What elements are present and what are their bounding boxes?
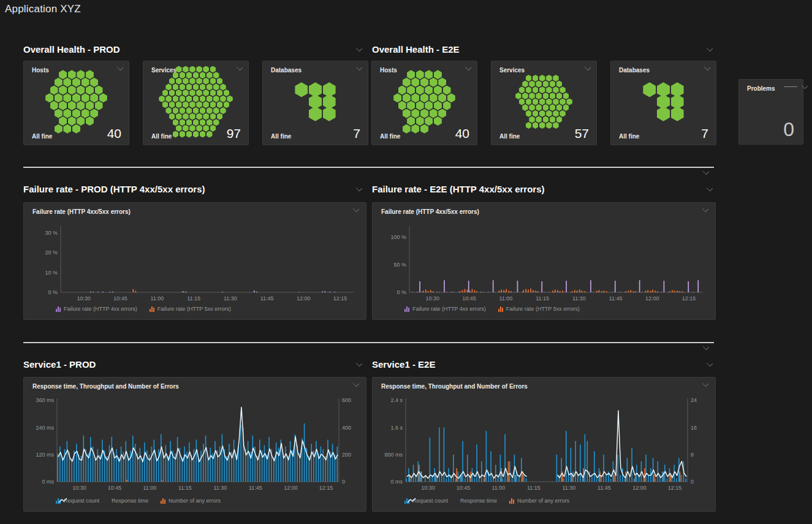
chevron-down-icon[interactable] <box>356 64 362 70</box>
hexagon <box>82 93 89 102</box>
hexagon <box>430 93 438 102</box>
problems-count: 0 <box>783 120 794 139</box>
chart-tile-service-e2e[interactable]: Response time, Throughput and Number of … <box>372 377 716 512</box>
hexagon <box>59 116 67 126</box>
hexagon <box>416 116 424 126</box>
tile-services-e2e[interactable]: Services All fine57 <box>491 61 597 145</box>
hexagon <box>526 75 532 82</box>
section-header-failure-prod: Failure rate - PROD (HTTP 4xx/5xx errors… <box>23 184 362 194</box>
chevron-down-icon[interactable] <box>707 185 713 191</box>
hexagon <box>438 93 446 102</box>
hex-grid <box>376 76 473 127</box>
tile-title: Hosts <box>32 67 49 74</box>
count-value: 40 <box>107 127 121 140</box>
hexagon <box>434 116 442 126</box>
hexagon <box>643 82 656 97</box>
tile-databases-prod[interactable]: Databases All fine7 <box>262 61 368 145</box>
hexagon <box>72 78 80 87</box>
chevron-down-icon[interactable] <box>704 64 710 70</box>
svg-text:11:30: 11:30 <box>213 485 227 491</box>
hexagon <box>416 101 424 110</box>
chevron-down-icon[interactable] <box>703 169 709 175</box>
legend-item[interactable]: Number of any errors <box>161 498 221 504</box>
svg-text:12:15: 12:15 <box>682 295 696 302</box>
hexagon <box>193 107 199 114</box>
hexagon <box>176 113 182 120</box>
tile-databases-e2e[interactable]: Databases All fine7 <box>610 61 716 145</box>
hexagon <box>45 93 53 102</box>
svg-text:0 %: 0 % <box>48 289 58 295</box>
chart-tile-failure-e2e[interactable]: Failure rate (HTTP 4xx/5xx errors) 0 %50… <box>372 202 716 320</box>
chevron-down-icon[interactable] <box>707 45 713 51</box>
legend-item[interactable]: Response time <box>112 498 148 504</box>
chevron-down-icon[interactable] <box>117 64 123 70</box>
hexagon <box>556 116 563 123</box>
svg-text:400: 400 <box>342 425 351 431</box>
svg-text:11:30: 11:30 <box>572 295 586 302</box>
chevron-down-icon[interactable] <box>585 64 591 70</box>
legend-item[interactable]: Failure rate (HTTP 4xx errors) <box>56 306 137 312</box>
hexagon <box>68 86 76 95</box>
chevron-down-icon[interactable] <box>356 360 362 366</box>
legend-item[interactable]: Number of any errors <box>509 498 569 504</box>
hexagon <box>411 93 419 102</box>
chevron-down-icon[interactable] <box>702 206 708 212</box>
chevron-down-icon[interactable] <box>353 206 359 212</box>
hex-grid <box>28 76 125 127</box>
hexagon <box>526 110 532 117</box>
hexagon <box>207 119 213 126</box>
tile-services-prod[interactable]: Services All fine97 <box>143 61 249 145</box>
hexagon <box>183 101 189 108</box>
chevron-down-icon[interactable] <box>702 381 708 387</box>
chevron-down-icon[interactable] <box>356 45 362 51</box>
hexagon <box>90 78 98 87</box>
chart-legend: Failure rate (HTTP 4xx errors)Failure ra… <box>404 306 580 312</box>
hexagon <box>86 86 94 95</box>
chevron-down-icon[interactable] <box>356 185 362 191</box>
legend-item[interactable]: Response time <box>460 498 497 504</box>
hexagon <box>90 93 98 102</box>
legend-item[interactable]: Failure rate (HTTP 5xx errors) <box>150 306 231 312</box>
hexagon <box>539 75 545 82</box>
hexagon <box>443 101 451 110</box>
svg-text:10:30: 10:30 <box>72 485 86 491</box>
hexagon <box>430 109 438 118</box>
hexagon <box>536 81 542 88</box>
chevron-down-icon[interactable] <box>465 64 471 70</box>
tile-hosts-prod[interactable]: Hosts All fine40 <box>23 61 129 145</box>
hexagon <box>546 110 552 117</box>
chevron-down-icon[interactable] <box>801 83 807 89</box>
filter-dash <box>784 86 797 87</box>
tile-problems[interactable]: Problems 0 <box>738 79 803 145</box>
svg-text:11:00: 11:00 <box>143 485 156 491</box>
hexagon <box>196 78 202 85</box>
chevron-down-icon[interactable] <box>703 344 709 350</box>
hexagon <box>213 107 219 114</box>
failure-rate-e2e-chart: 0 %50 %100 %10:3010:4511:0011:1511:3011:… <box>375 219 711 306</box>
chevron-down-icon[interactable] <box>707 360 713 366</box>
hexagon <box>227 96 233 102</box>
hexagon <box>82 78 89 87</box>
chart-tile-failure-prod[interactable]: Failure rate (HTTP 4xx/5xx errors) 0 %10… <box>23 202 366 320</box>
legend-item[interactable]: Failure rate (HTTP 4xx errors) <box>404 306 486 312</box>
chart-tile-service-prod[interactable]: Response time, Throughput and Number of … <box>23 377 366 512</box>
svg-text:12:15: 12:15 <box>668 485 682 491</box>
hexagon <box>165 107 172 114</box>
hexagon <box>186 83 192 90</box>
hex-grid <box>267 76 364 127</box>
svg-text:0: 0 <box>342 479 345 485</box>
hexagon <box>82 109 89 118</box>
section-header-failure-e2e: Failure rate - E2E (HTTP 4xx/5xx errors) <box>372 184 712 194</box>
hexagon <box>176 89 182 96</box>
tile-hosts-e2e[interactable]: Hosts All fine40 <box>371 61 477 145</box>
hexagon <box>173 83 179 90</box>
hexagon <box>68 101 76 110</box>
svg-text:11:15: 11:15 <box>527 485 541 491</box>
chevron-down-icon[interactable] <box>237 64 243 70</box>
line-chart-icon <box>407 498 416 504</box>
hexagon <box>196 113 202 120</box>
svg-text:10 %: 10 % <box>45 270 58 276</box>
legend-item[interactable]: Failure rate (HTTP 5xx errors) <box>498 306 580 312</box>
chevron-down-icon[interactable] <box>353 381 359 387</box>
legend-label: Failure rate (HTTP 4xx errors) <box>412 306 486 312</box>
